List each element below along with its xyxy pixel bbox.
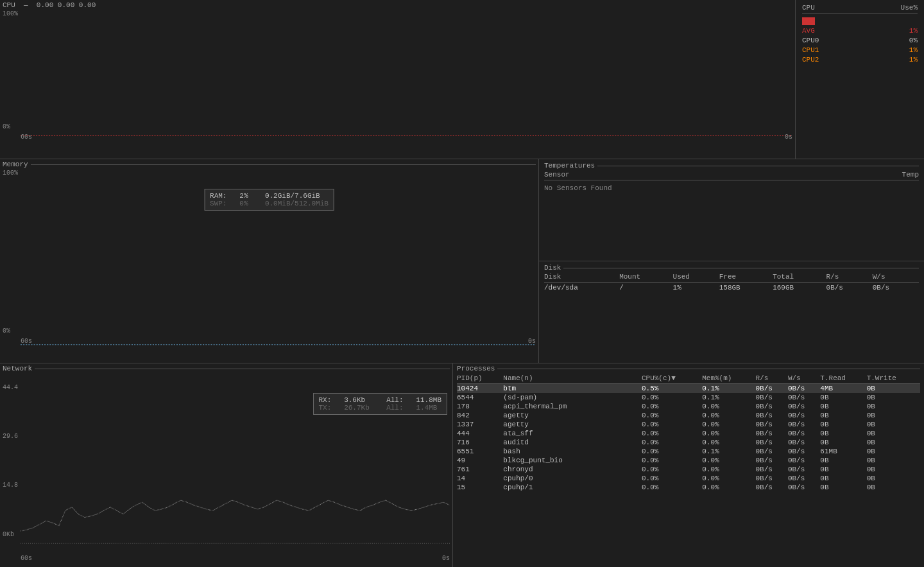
processes-table-header: PID(p) Name(n) CPU%(c)▼ Mem%(m) R/s W/s … [457, 374, 920, 384]
network-title: Network [3, 365, 450, 372]
memory-time-end: 0s [528, 338, 536, 345]
proc-table-row[interactable]: 10424btm0.5%0.1%0B/s0B/s4MB0B [457, 384, 920, 394]
proc-cell-name: cpuhp/1 [503, 483, 642, 492]
cpu-legend-all: All [802, 17, 918, 25]
proc-cell-twrite: 0B [867, 447, 920, 456]
proc-col-tread: T.Read [820, 374, 866, 384]
network-rx-value: 3.6Kb [344, 396, 365, 404]
cpu-legend-cpu-col: CPU [802, 4, 815, 12]
proc-cell-mem: 0.0% [702, 420, 755, 429]
cpu-avg-label: AVG [802, 27, 815, 35]
middle-row: Memory 100% 0% RAM: 2% 0.2GiB/7.6GiB [0, 159, 924, 363]
disk-cell-rs: 0B/s [826, 283, 873, 293]
proc-cell-ws: 0B/s [788, 483, 820, 492]
cpu-graph-area: 100% 0% 60s 0s [3, 10, 792, 141]
proc-table-row[interactable]: 15cpuhp/10.0%0.0%0B/s0B/s0B0B [457, 483, 920, 492]
proc-cell-twrite: 0B [867, 474, 920, 483]
network-all-tx-label: All: [386, 404, 403, 412]
proc-col-rs: R/s [755, 374, 787, 384]
proc-cell-name: ata_sff [503, 429, 642, 438]
cpu-cpu1-value: 1% [909, 46, 918, 54]
proc-cell-name: agetty [503, 420, 642, 429]
proc-cell-ws: 0B/s [788, 411, 820, 420]
disk-cell-used: 1% [673, 283, 719, 293]
cpu-legend-avg: AVG 1% [802, 27, 918, 35]
proc-cell-ws: 0B/s [788, 474, 820, 483]
proc-cell-name: auditd [503, 438, 642, 447]
proc-cell-rs: 0B/s [755, 411, 787, 420]
memory-ram-pct: 2% [239, 192, 248, 200]
right-panels: Temperatures Sensor Temp No Sensors Foun… [539, 159, 924, 363]
cpu-all-label: All [802, 17, 815, 25]
proc-cell-rs: 0B/s [755, 438, 787, 447]
proc-table-row[interactable]: 6544(sd-pam)0.0%0.1%0B/s0B/s0B0B [457, 393, 920, 402]
proc-cell-tread: 0B [820, 438, 866, 447]
proc-cell-rs: 0B/s [755, 429, 787, 438]
proc-table-row[interactable]: 716auditd0.0%0.0%0B/s0B/s0B0B [457, 438, 920, 447]
network-tx-value: 26.7Kb [344, 404, 370, 412]
disk-title: Disk [544, 264, 919, 272]
proc-cell-mem: 0.0% [702, 438, 755, 447]
proc-cell-tread: 0B [820, 411, 866, 420]
temp-header: Sensor Temp [544, 171, 919, 180]
proc-table-row[interactable]: 14cpuhp/00.0%0.0%0B/s0B/s0B0B [457, 474, 920, 483]
proc-cell-pid: 49 [457, 456, 503, 465]
proc-cell-ws: 0B/s [788, 393, 820, 402]
cpu-panel: CPU — 0.00 0.00 0.00 100% 0% 60s 0s [0, 0, 796, 159]
processes-table: PID(p) Name(n) CPU%(c)▼ Mem%(m) R/s W/s … [457, 374, 920, 492]
memory-info-box: RAM: 2% 0.2GiB/7.6GiB SWP: 0% 0.0MiB/512… [204, 189, 334, 211]
proc-cell-mem: 0.0% [702, 456, 755, 465]
proc-cell-tread: 0B [820, 474, 866, 483]
memory-panel: Memory 100% 0% RAM: 2% 0.2GiB/7.6GiB [0, 159, 539, 363]
cpu-graph-svg [21, 10, 792, 139]
network-time-start: 60s [21, 555, 32, 562]
proc-col-ws: W/s [788, 374, 820, 384]
cpu-time-labels: 60s 0s [21, 134, 792, 141]
proc-cell-tread: 0B [820, 420, 866, 429]
processes-panel: Processes PID(p) Name(n) CPU%(c)▼ Mem%(m… [453, 363, 924, 567]
cpu-legend-cpu1: CPU1 1% [802, 46, 918, 54]
proc-cell-rs: 0B/s [755, 483, 787, 492]
proc-cell-mem: 0.1% [702, 447, 755, 456]
memory-time-start: 60s [21, 338, 32, 345]
proc-cell-cpu: 0.0% [642, 393, 702, 402]
proc-table-row[interactable]: 178acpi_thermal_pm0.0%0.0%0B/s0B/s0B0B [457, 402, 920, 411]
proc-table-row[interactable]: 1337agetty0.0%0.0%0B/s0B/s0B0B [457, 420, 920, 429]
cpu-label: CPU [3, 1, 15, 9]
proc-cell-ws: 0B/s [788, 420, 820, 429]
memory-time-labels: 60s 0s [21, 338, 536, 345]
cpu-cpu0-value: 0% [909, 37, 918, 44]
network-all-rx-value: 11.8MB [416, 396, 441, 404]
proc-cell-mem: 0.0% [702, 483, 755, 492]
proc-table-row[interactable]: 842agetty0.0%0.0%0B/s0B/s0B0B [457, 411, 920, 420]
proc-col-twrite: T.Write [867, 374, 920, 384]
proc-cell-cpu: 0.0% [642, 438, 702, 447]
proc-cell-cpu: 0.0% [642, 447, 702, 456]
proc-cell-twrite: 0B [867, 438, 920, 447]
proc-cell-tread: 61MB [820, 447, 866, 456]
disk-panel: Disk Disk Mount Used Free Total R/s W/s [539, 261, 924, 363]
proc-table-row[interactable]: 49blkcg_punt_bio0.0%0.0%0B/s0B/s0B0B [457, 456, 920, 465]
cpu-cpu0-label: CPU0 [802, 37, 819, 44]
proc-cell-twrite: 0B [867, 393, 920, 402]
proc-cell-mem: 0.0% [702, 465, 755, 474]
disk-col-used: Used [673, 273, 719, 283]
cpu-time-end: 0s [785, 134, 792, 141]
proc-cell-ws: 0B/s [788, 438, 820, 447]
proc-table-row[interactable]: 444ata_sff0.0%0.0%0B/s0B/s0B0B [457, 429, 920, 438]
network-time-end: 0s [442, 555, 450, 562]
proc-cell-cpu: 0.0% [642, 474, 702, 483]
proc-cell-rs: 0B/s [755, 393, 787, 402]
cpu-cpu1-label: CPU1 [802, 46, 819, 54]
net-label-14: 14.8 [3, 482, 18, 489]
proc-cell-rs: 0B/s [755, 474, 787, 483]
disk-cell-free: 158GB [719, 283, 773, 293]
proc-table-row[interactable]: 761chronyd0.0%0.0%0B/s0B/s0B0B [457, 465, 920, 474]
proc-col-cpu: CPU%(c)▼ [642, 374, 702, 384]
proc-table-row[interactable]: 6551bash0.0%0.1%0B/s0B/s61MB0B [457, 447, 920, 456]
proc-cell-name: cpuhp/0 [503, 474, 642, 483]
proc-cell-cpu: 0.0% [642, 420, 702, 429]
proc-cell-ws: 0B/s [788, 402, 820, 411]
proc-cell-name: acpi_thermal_pm [503, 402, 642, 411]
proc-cell-cpu: 0.0% [642, 429, 702, 438]
